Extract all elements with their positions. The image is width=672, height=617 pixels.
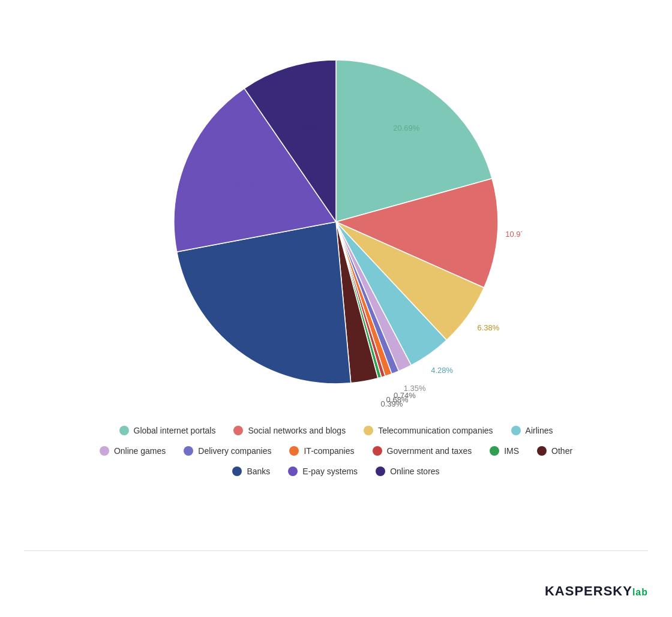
legend-label: Banks xyxy=(247,466,270,476)
legend-label: Government and taxes xyxy=(387,446,472,456)
legend-dot xyxy=(232,466,242,476)
legend-label: Global internet portals xyxy=(134,426,216,435)
legend-dot xyxy=(100,446,109,456)
legend-dot xyxy=(364,426,373,435)
legend-dot xyxy=(288,466,298,476)
legend-item: Online games xyxy=(100,446,166,456)
legend-item: Other xyxy=(537,446,572,456)
divider xyxy=(24,550,648,551)
legend-label: IMS xyxy=(504,446,519,456)
legend-label: IT-companies xyxy=(304,446,354,456)
svg-text:18.40%: 18.40% xyxy=(231,179,258,188)
logo-text: KASPERSKY xyxy=(545,583,632,598)
legend-label: Social networks and blogs xyxy=(248,426,346,435)
svg-text:4.28%: 4.28% xyxy=(431,366,453,375)
legend-dot xyxy=(490,446,499,456)
legend-label: Delivery companies xyxy=(198,446,271,456)
svg-text:9.58%: 9.58% xyxy=(296,122,318,131)
logo-lab: lab xyxy=(632,587,648,597)
legend-dot xyxy=(373,446,382,456)
legend-item: Government and taxes xyxy=(373,446,472,456)
legend-item: Delivery companies xyxy=(184,446,271,456)
legend-label: Telecommunication companies xyxy=(378,426,493,435)
legend-label: Online stores xyxy=(390,466,439,476)
legend-dot xyxy=(184,446,193,456)
legend-dot xyxy=(511,426,521,435)
legend-label: Airlines xyxy=(526,426,553,435)
legend-item: Social networks and blogs xyxy=(233,426,346,435)
legend-item: E-pay systems xyxy=(288,466,358,476)
kaspersky-logo: KASPERSKYlab xyxy=(545,583,648,599)
legend-item: Online stores xyxy=(376,466,439,476)
legend-dot xyxy=(119,426,129,435)
legend-item: IMS xyxy=(490,446,519,456)
pie-wrapper: 20.69%10.97%6.38%4.28%1.35%0.74%0.68%0.3… xyxy=(150,36,522,408)
legend-label: E-pay systems xyxy=(302,466,358,476)
legend-item: Telecommunication companies xyxy=(364,426,493,435)
chart-container: 20.69%10.97%6.38%4.28%1.35%0.74%0.68%0.3… xyxy=(0,0,672,481)
legend: Global internet portalsSocial networks a… xyxy=(66,426,606,481)
legend-dot xyxy=(537,446,547,456)
legend-label: Online games xyxy=(114,446,166,456)
legend-item: IT-companies xyxy=(289,446,354,456)
svg-text:23.49%: 23.49% xyxy=(247,317,274,326)
legend-item: Banks xyxy=(232,466,270,476)
svg-text:20.69%: 20.69% xyxy=(393,124,420,133)
legend-dot xyxy=(376,466,385,476)
legend-item: Airlines xyxy=(511,426,553,435)
pie-chart: 20.69%10.97%6.38%4.28%1.35%0.74%0.68%0.3… xyxy=(150,36,522,408)
legend-label: Other xyxy=(551,446,572,456)
legend-dot xyxy=(233,426,243,435)
svg-text:10.97%: 10.97% xyxy=(505,230,522,239)
legend-item: Global internet portals xyxy=(119,426,216,435)
legend-dot xyxy=(289,446,299,456)
svg-text:0.39%: 0.39% xyxy=(381,399,403,408)
svg-text:6.38%: 6.38% xyxy=(477,323,499,332)
